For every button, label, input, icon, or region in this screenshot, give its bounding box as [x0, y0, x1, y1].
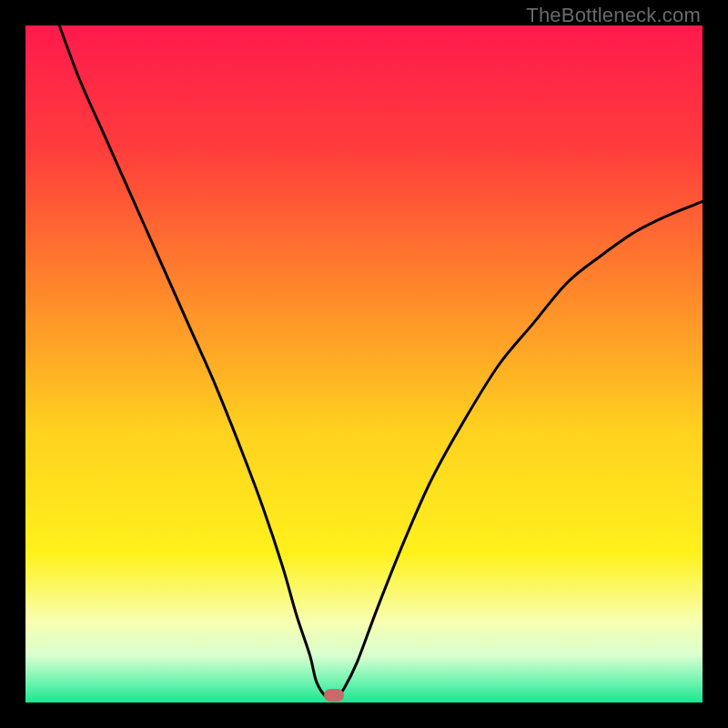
chart-frame — [25, 25, 703, 703]
optimal-point-marker — [324, 689, 344, 702]
watermark-text: TheBottleneck.com — [526, 4, 701, 27]
plot-area — [25, 25, 703, 703]
bottleneck-curve — [25, 25, 703, 703]
